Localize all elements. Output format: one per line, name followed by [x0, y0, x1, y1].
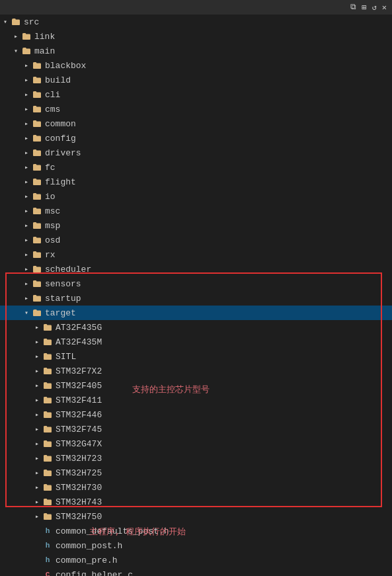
arrow-STM32H743[interactable] [32, 497, 42, 507]
tree-item-STM32H730[interactable]: STM32H730 [0, 480, 392, 495]
label-common_defaults_post.h: common_defaults_post.h [56, 526, 169, 536]
tree-item-io[interactable]: io [0, 189, 392, 204]
arrow-target[interactable] [21, 308, 32, 318]
arrow-STM32H750[interactable] [32, 511, 42, 522]
label-STM32G47X: STM32G47X [56, 439, 102, 449]
icon-common_pre.h: h [42, 555, 53, 565]
tree-item-SITL[interactable]: SITL [0, 349, 392, 364]
tree-item-STM32F745[interactable]: STM32F745 [0, 422, 392, 436]
arrow-build[interactable] [21, 75, 32, 85]
icon-scheduler [32, 264, 42, 274]
tree-item-config_helper.c[interactable]: Cconfig_helper.c [0, 567, 392, 576]
tree-item-STM32H743[interactable]: STM32H743 [0, 495, 392, 509]
arrow-AT32F435M[interactable] [32, 337, 42, 347]
arrow-STM32G47X[interactable] [32, 438, 42, 449]
tree-item-STM32F405[interactable]: STM32F405 [0, 378, 392, 393]
arrow-flight[interactable] [21, 177, 32, 187]
tree-item-STM32H723[interactable]: STM32H723 [0, 451, 392, 466]
arrow-STM32H730[interactable] [32, 482, 42, 493]
arrow-osd[interactable] [21, 235, 32, 245]
arrow-SITL[interactable] [32, 351, 42, 362]
arrow-main[interactable] [11, 46, 21, 56]
label-sensors: sensors [45, 279, 81, 289]
arrow-cms[interactable] [21, 104, 32, 114]
arrow-src[interactable] [0, 17, 11, 27]
refresh-icon[interactable]: ↺ [372, 3, 377, 13]
label-osd: osd [45, 235, 60, 245]
tree-item-msp[interactable]: msp [0, 218, 392, 233]
arrow-AT32F435G[interactable] [32, 322, 42, 333]
tree-item-common_post.h[interactable]: hcommon_post.h [0, 538, 392, 553]
label-common_post.h: common_post.h [56, 541, 122, 551]
tree-item-STM32F7X2[interactable]: STM32F7X2 [0, 364, 392, 378]
icon-STM32H750 [42, 511, 53, 522]
tree-item-common_defaults_post.h[interactable]: hcommon_defaults_post.h [0, 524, 392, 538]
arrow-STM32H723[interactable] [32, 453, 42, 464]
label-target: target [45, 308, 76, 318]
arrow-link[interactable] [11, 31, 21, 42]
tree-item-STM32H750[interactable]: STM32H750 [0, 509, 392, 524]
tree-item-rx[interactable]: rx [0, 247, 392, 262]
tree-item-STM32G47X[interactable]: STM32G47X [0, 436, 392, 451]
label-AT32F435M: AT32F435M [56, 337, 102, 347]
tree-item-build[interactable]: build [0, 73, 392, 87]
tree-item-main[interactable]: main [0, 44, 392, 58]
tree-item-flight[interactable]: flight [0, 175, 392, 189]
arrow-STM32F405[interactable] [32, 380, 42, 391]
tree-item-cms[interactable]: cms [0, 102, 392, 116]
arrow-msp[interactable] [21, 220, 32, 231]
label-STM32H725: STM32H725 [56, 468, 102, 478]
file-explorer[interactable]: srclinkmainblackboxbuildclicmscommonconf… [0, 15, 392, 576]
title-bar-right[interactable]: ⧉ ⊞ ↺ ✕ [350, 3, 387, 13]
label-msp: msp [45, 221, 60, 231]
arrow-blackbox[interactable] [21, 60, 32, 71]
arrow-STM32F446[interactable] [32, 409, 42, 420]
icon-STM32F446 [42, 409, 53, 420]
arrow-msc[interactable] [21, 206, 32, 216]
tree-item-drivers[interactable]: drivers [0, 145, 392, 160]
copy-icon[interactable]: ⧉ [350, 3, 356, 12]
tree-item-blackbox[interactable]: blackbox [0, 58, 392, 73]
tree-item-target[interactable]: target [0, 306, 392, 320]
icon-common_post.h: h [42, 540, 53, 551]
arrow-sensors[interactable] [21, 278, 32, 289]
label-STM32H730: STM32H730 [56, 483, 102, 493]
tree-item-AT32F435M[interactable]: AT32F435M [0, 335, 392, 349]
icon-STM32F411 [42, 395, 53, 405]
tree-item-src[interactable]: src [0, 15, 392, 29]
split-icon[interactable]: ⊞ [362, 3, 366, 13]
arrow-io[interactable] [21, 191, 32, 202]
label-cms: cms [45, 104, 60, 114]
tree-item-osd[interactable]: osd [0, 233, 392, 247]
arrow-fc[interactable] [21, 162, 32, 173]
close-icon[interactable]: ✕ [382, 3, 387, 13]
tree-item-common[interactable]: common [0, 116, 392, 131]
arrow-cli[interactable] [21, 89, 32, 100]
tree-item-STM32H725[interactable]: STM32H725 [0, 466, 392, 480]
arrow-STM32H725[interactable] [32, 468, 42, 478]
tree-item-scheduler[interactable]: scheduler [0, 262, 392, 276]
arrow-common[interactable] [21, 118, 32, 129]
label-common_pre.h: common_pre.h [56, 555, 118, 565]
tree-item-link[interactable]: link [0, 29, 392, 44]
arrow-STM32F745[interactable] [32, 424, 42, 434]
label-common: common [45, 119, 76, 129]
tree-item-startup[interactable]: startup [0, 291, 392, 306]
tree-item-cli[interactable]: cli [0, 87, 392, 102]
tree-item-STM32F411[interactable]: STM32F411 [0, 393, 392, 407]
label-STM32H723: STM32H723 [56, 454, 102, 464]
arrow-scheduler[interactable] [21, 264, 32, 274]
tree-item-sensors[interactable]: sensors [0, 276, 392, 291]
arrow-config[interactable] [21, 133, 32, 144]
arrow-rx[interactable] [21, 249, 32, 260]
tree-item-fc[interactable]: fc [0, 160, 392, 175]
arrow-STM32F7X2[interactable] [32, 366, 42, 376]
tree-item-STM32F446[interactable]: STM32F446 [0, 407, 392, 422]
tree-item-common_pre.h[interactable]: hcommon_pre.h [0, 553, 392, 567]
tree-item-AT32F435G[interactable]: AT32F435G [0, 320, 392, 335]
tree-item-msc[interactable]: msc [0, 204, 392, 218]
arrow-drivers[interactable] [21, 147, 32, 158]
tree-item-config[interactable]: config [0, 131, 392, 145]
arrow-STM32F411[interactable] [32, 395, 42, 405]
arrow-startup[interactable] [21, 293, 32, 304]
